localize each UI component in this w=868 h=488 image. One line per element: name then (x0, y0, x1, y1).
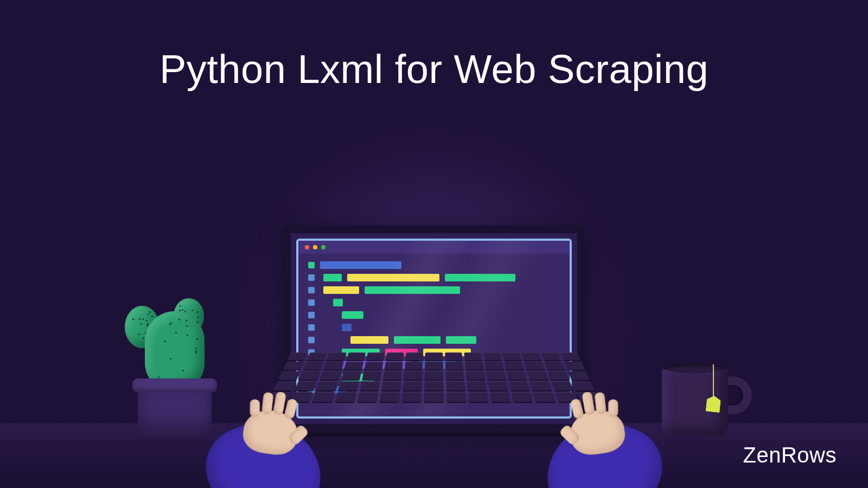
cactus-illustration (126, 283, 224, 436)
brand-logo-text: ZenRows (743, 443, 837, 467)
close-dot-icon (305, 245, 309, 249)
mug-illustration (662, 360, 743, 436)
minimize-dot-icon (313, 245, 317, 249)
right-hand-illustration (506, 349, 666, 488)
tea-tag-icon (706, 395, 722, 413)
page-title: Python Lxml for Web Scraping (0, 46, 868, 92)
window-titlebar (298, 241, 570, 254)
left-hand-illustration (202, 349, 362, 488)
webcam-icon (432, 228, 436, 232)
zoom-dot-icon (321, 245, 326, 249)
